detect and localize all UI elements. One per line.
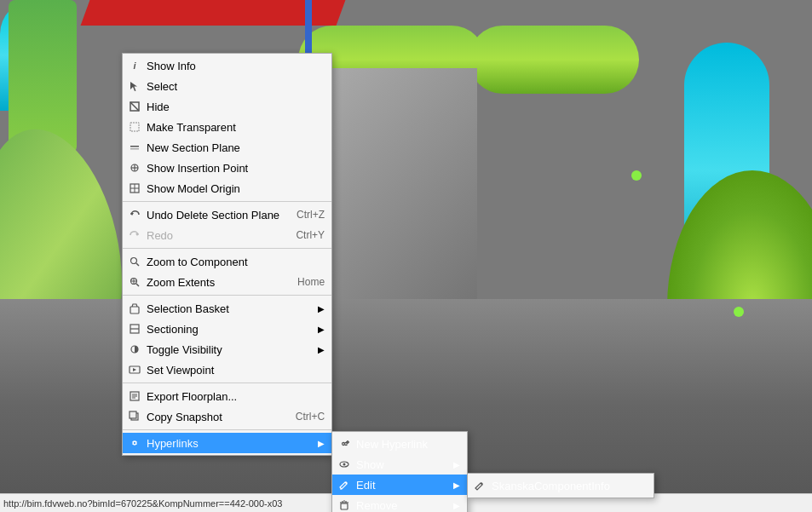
zoom-extents-icon bbox=[126, 274, 143, 290]
pipe-big-green2 bbox=[469, 26, 639, 94]
separator-3 bbox=[123, 295, 331, 296]
menu-item-undo-delete[interactable]: Undo Delete Section Plane Ctrl+Z bbox=[123, 204, 331, 225]
svg-rect-19 bbox=[130, 307, 139, 314]
menu-item-zoom-extents[interactable]: Zoom Extents Home bbox=[123, 272, 331, 292]
edit-submenu: SkanskaComponentInfo bbox=[467, 473, 654, 498]
status-url: http://bim.fdvweb.no?bimId=670225&KompNu… bbox=[3, 498, 282, 509]
green-dot-2 bbox=[734, 307, 744, 317]
svg-rect-30 bbox=[130, 411, 136, 418]
model-origin-icon bbox=[126, 181, 143, 196]
show-model-origin-label: Show Model Origin bbox=[147, 182, 325, 195]
svg-line-14 bbox=[136, 263, 139, 266]
zoom-to-component-icon bbox=[126, 254, 143, 269]
menu-item-show-insertion-point[interactable]: Show Insertion Point bbox=[123, 158, 331, 178]
edit-icon bbox=[336, 477, 353, 492]
menu-item-new-hyperlink[interactable]: New Hyperlink bbox=[332, 434, 467, 454]
remove-label: Remove bbox=[356, 499, 446, 512]
skanska-icon bbox=[471, 478, 488, 493]
sectioning-arrow: ▶ bbox=[318, 325, 325, 334]
menu-item-selection-basket[interactable]: Selection Basket ▶ bbox=[123, 298, 331, 319]
insertion-point-icon bbox=[126, 160, 143, 175]
redo-icon bbox=[126, 227, 143, 243]
info-icon: i bbox=[126, 58, 143, 73]
new-hyperlink-label: New Hyperlink bbox=[356, 438, 460, 451]
menu-item-remove-hyperlink[interactable]: Remove ▶ bbox=[332, 495, 467, 512]
remove-hyperlink-icon bbox=[336, 498, 353, 512]
make-transparent-label: Make Transparent bbox=[147, 121, 325, 134]
menu-item-show-model-origin[interactable]: Show Model Origin bbox=[123, 178, 331, 198]
copy-snapshot-icon bbox=[126, 409, 143, 424]
menu-item-new-section-plane[interactable]: New Section Plane bbox=[123, 137, 331, 158]
section-plane-icon bbox=[126, 140, 143, 155]
set-viewpoint-label: Set Viewpoint bbox=[147, 364, 325, 377]
toggle-visibility-icon bbox=[126, 342, 143, 357]
selection-basket-icon bbox=[126, 301, 143, 316]
zoom-extents-label: Zoom Extents bbox=[147, 276, 280, 289]
hyperlinks-arrow: ▶ bbox=[318, 439, 325, 448]
show-label: Show bbox=[356, 458, 446, 471]
edit-arrow: ▶ bbox=[453, 480, 460, 490]
menu-item-hyperlinks[interactable]: Hyperlinks ▶ New Hyperlink Show ▶ bbox=[123, 433, 331, 453]
sectioning-label: Sectioning bbox=[147, 323, 311, 336]
menu-item-copy-snapshot[interactable]: Copy Snapshot Ctrl+C bbox=[123, 406, 331, 427]
selection-basket-arrow: ▶ bbox=[318, 304, 325, 314]
set-viewpoint-icon bbox=[126, 362, 143, 377]
selection-basket-label: Selection Basket bbox=[147, 302, 311, 315]
menu-item-sectioning[interactable]: Sectioning ▶ bbox=[123, 319, 331, 339]
svg-point-13 bbox=[131, 258, 137, 264]
separator-4 bbox=[123, 383, 331, 383]
menu-item-set-viewpoint[interactable]: Set Viewpoint bbox=[123, 360, 331, 380]
svg-line-16 bbox=[136, 284, 139, 286]
menu-item-make-transparent[interactable]: Make Transparent bbox=[123, 117, 331, 137]
svg-point-34 bbox=[343, 463, 346, 466]
toggle-visibility-arrow: ▶ bbox=[318, 345, 325, 354]
menu-item-show-hyperlink[interactable]: Show ▶ bbox=[332, 454, 467, 475]
menu-item-toggle-visibility[interactable]: Toggle Visibility ▶ bbox=[123, 339, 331, 360]
show-arrow: ▶ bbox=[453, 460, 460, 469]
copy-snapshot-label: Copy Snapshot bbox=[147, 411, 279, 423]
show-hyperlink-icon bbox=[336, 457, 353, 472]
svg-marker-24 bbox=[133, 368, 136, 371]
separator-2 bbox=[123, 248, 331, 249]
redo-shortcut: Ctrl+Y bbox=[296, 229, 325, 241]
redo-label: Redo bbox=[147, 229, 279, 242]
undo-shortcut: Ctrl+Z bbox=[297, 209, 325, 221]
select-label: Select bbox=[147, 80, 325, 93]
separator-5 bbox=[123, 429, 331, 430]
new-hyperlink-icon bbox=[336, 436, 353, 452]
export-floorplan-icon bbox=[126, 388, 143, 404]
menu-item-select[interactable]: Select bbox=[123, 76, 331, 96]
menu-item-edit-hyperlink[interactable]: Edit ▶ SkanskaComponentInfo bbox=[332, 475, 467, 495]
sectioning-icon bbox=[126, 321, 143, 337]
svg-rect-36 bbox=[341, 503, 348, 509]
separator-1 bbox=[123, 201, 331, 202]
svg-rect-2 bbox=[130, 123, 139, 131]
edit-label: Edit bbox=[356, 479, 446, 492]
toggle-visibility-label: Toggle Visibility bbox=[147, 343, 311, 356]
green-dot-1 bbox=[631, 170, 642, 181]
context-menu: i Show Info Select Hide Make Transparent… bbox=[122, 53, 332, 456]
transparent-icon bbox=[126, 119, 143, 135]
menu-item-zoom-to-component[interactable]: Zoom to Component bbox=[123, 251, 331, 272]
menu-item-skanska-component-info[interactable]: SkanskaComponentInfo bbox=[468, 475, 654, 496]
skanska-component-info-label: SkanskaComponentInfo bbox=[492, 480, 647, 492]
svg-rect-3 bbox=[130, 146, 139, 147]
menu-item-show-info[interactable]: i Show Info bbox=[123, 55, 331, 76]
export-floorplan-label: Export Floorplan... bbox=[147, 390, 325, 403]
undo-icon bbox=[126, 207, 143, 222]
hyperlinks-label: Hyperlinks bbox=[147, 437, 311, 450]
show-insertion-point-label: Show Insertion Point bbox=[147, 162, 325, 175]
undo-label: Undo Delete Section Plane bbox=[147, 209, 279, 221]
hyperlinks-icon bbox=[126, 435, 143, 451]
menu-item-redo[interactable]: Redo Ctrl+Y bbox=[123, 225, 331, 245]
hyperlinks-submenu: New Hyperlink Show ▶ Edit ▶ bbox=[331, 431, 468, 512]
hide-icon bbox=[126, 99, 143, 114]
svg-line-1 bbox=[130, 102, 139, 111]
svg-rect-4 bbox=[130, 148, 139, 150]
hide-label: Hide bbox=[147, 101, 325, 113]
menu-item-export-floorplan[interactable]: Export Floorplan... bbox=[123, 386, 331, 406]
menu-item-hide[interactable]: Hide bbox=[123, 96, 331, 117]
cursor-icon bbox=[126, 78, 143, 94]
remove-arrow: ▶ bbox=[453, 501, 460, 510]
new-section-plane-label: New Section Plane bbox=[147, 141, 325, 154]
